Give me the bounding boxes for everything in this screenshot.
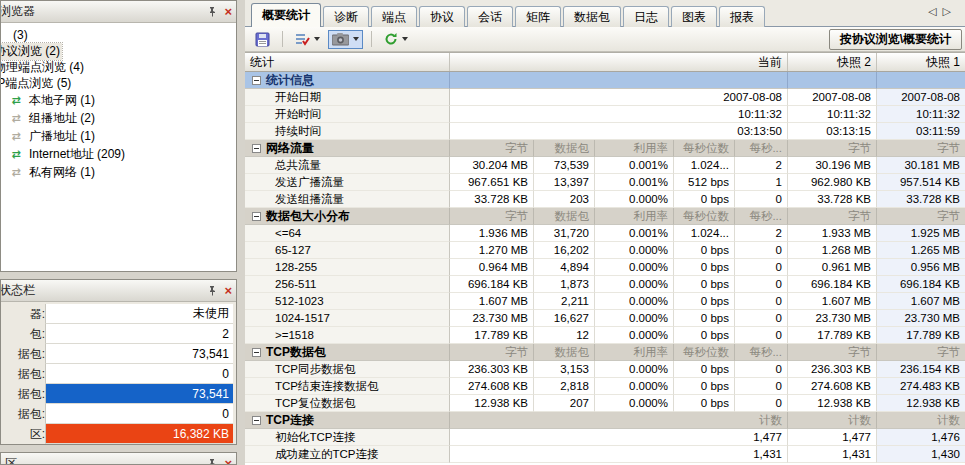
table-row[interactable]: 开始时间10:11:3210:11:3210:11:32 — [245, 106, 965, 123]
snapshot-camera-button[interactable] — [328, 30, 363, 49]
table-cell: 30.181 MB — [877, 157, 965, 174]
row-label-cell: 开始时间 — [245, 106, 450, 123]
tree-item-label: 私有网络 (1) — [27, 164, 97, 181]
table-cell: 1.024... — [674, 157, 735, 174]
browser-item-ip-endpoint-view[interactable]: IP端点浏览 (5) — [1, 75, 236, 91]
table-row[interactable]: 512-10231.607 MB2,2110.000%0 bps01.607 M… — [245, 293, 965, 310]
table-cell: 0.000% — [595, 276, 674, 293]
table-row[interactable]: 开始日期2007-08-082007-08-082007-08-08 — [245, 89, 965, 106]
pin-icon[interactable] — [207, 6, 218, 17]
group-row-tcp-packets[interactable]: TCP数据包字节数据包利用率每秒位数每秒...字节字节 — [245, 344, 965, 361]
pin-icon[interactable] — [207, 458, 218, 465]
browser-item-broadcast-address[interactable]: ⇄广播地址 (1) — [1, 127, 236, 145]
row-label-cell: <=64 — [245, 225, 450, 242]
browser-item-private-network[interactable]: ⇄私有网络 (1) — [1, 163, 236, 181]
table-row[interactable]: 128-2550.964 MB4,8940.000%0 bps00.961 MB… — [245, 259, 965, 276]
tab-packets[interactable]: 数据包 — [563, 6, 621, 27]
table-cell: 0.000% — [595, 191, 674, 208]
browser-item-multicast-address[interactable]: ⇄组播地址 (2) — [1, 109, 236, 127]
table-cell: 203 — [534, 191, 595, 208]
browser-item-local-subnet[interactable]: ⇄本地子网 (1) — [1, 91, 236, 109]
browser-item-internet-address[interactable]: ⇄Internet地址 (209) — [1, 145, 236, 163]
table-row[interactable]: 初始化TCP连接1,4771,4771,476 — [245, 429, 965, 446]
table-cell: 16,627 — [534, 310, 595, 327]
group-row-stats-info[interactable]: 统计信息 — [245, 72, 965, 89]
tree-item-label: 协议浏览 (2) — [1, 43, 62, 60]
filter-menu-button[interactable] — [291, 29, 324, 50]
status-row: 据包:0 — [1, 364, 236, 384]
collapse-icon[interactable] — [252, 212, 261, 221]
browser-item-protocol-view[interactable]: 协议浏览 (2) — [1, 43, 236, 59]
tab-conversations[interactable]: 会话 — [467, 6, 513, 27]
tab-reports[interactable]: 报表 — [719, 6, 765, 27]
toolbar: 按协议浏览\概要统计 — [245, 27, 965, 52]
table-cell: 0 — [735, 327, 788, 344]
table-row[interactable]: TCP复位数据包12.938 KB2070.000%0 bps012.938 K… — [245, 395, 965, 412]
table-row[interactable]: <=641.936 MB31,7200.001%1.024...21.933 M… — [245, 225, 965, 242]
group-label-cell: TCP数据包 — [245, 344, 450, 361]
table-cell: 利用率 — [595, 344, 674, 361]
table-cell: 0 bps — [674, 310, 735, 327]
table-row[interactable]: 发送广播流量967.651 KB13,3970.001%512 bps1962.… — [245, 174, 965, 191]
pin-icon[interactable] — [207, 285, 218, 296]
table-row[interactable]: 成功建立的TCP连接1,4311,4311,430 — [245, 446, 965, 463]
column-header-stat[interactable]: 统计 — [245, 53, 450, 71]
tab-scroll-right-icon[interactable]: ▷ — [943, 5, 957, 17]
table-row[interactable]: >=151817.789 KB120.000%0 bps017.789 KB17… — [245, 327, 965, 344]
view-mode-button[interactable]: 按协议浏览\概要统计 — [829, 29, 962, 50]
bottom-panel: 区 × — [0, 452, 237, 465]
group-row-packet-size-distribution[interactable]: 数据包大小分布字节数据包利用率每秒位数每秒...字节字节 — [245, 208, 965, 225]
group-label-cell: 统计信息 — [245, 72, 450, 89]
table-cell: 1,873 — [534, 276, 595, 293]
table-row[interactable]: 256-511696.184 KB1,8730.000%0 bps0696.18… — [245, 276, 965, 293]
table-cell: 2007-08-08 — [877, 89, 965, 106]
row-label-cell: 总共流量 — [245, 157, 450, 174]
tab-logs[interactable]: 日志 — [623, 6, 669, 27]
column-header-snapshot1[interactable]: 快照 1 — [877, 53, 965, 71]
table-cell: 1,477 — [788, 429, 877, 446]
collapse-icon[interactable] — [252, 76, 261, 85]
status-label: 据包: — [1, 404, 45, 424]
row-label-cell: 发送广播流量 — [245, 174, 450, 191]
close-icon[interactable]: × — [224, 6, 232, 17]
column-header-current[interactable]: 当前 — [450, 53, 788, 71]
browser-panel-titlebar: 浏览器 × — [1, 1, 236, 23]
refresh-button[interactable] — [380, 29, 412, 49]
tab-scroll-left-icon[interactable]: ◁ — [928, 5, 942, 17]
browser-panel: 浏览器 × (3) 协议浏览 (2)物理端点浏览 (4)IP端点浏览 (5)⇄本… — [0, 0, 237, 272]
collapse-icon[interactable] — [252, 144, 261, 153]
tab-endpoints[interactable]: 端点 — [371, 6, 417, 27]
tab-charts[interactable]: 图表 — [671, 6, 717, 27]
table-row[interactable]: TCP结束连接数据包274.608 KB2,8180.000%0 bps0274… — [245, 378, 965, 395]
collapse-icon[interactable] — [252, 348, 261, 357]
table-row[interactable]: 65-1271.270 MB16,2020.000%0 bps01.268 MB… — [245, 242, 965, 259]
browser-tree: (3) 协议浏览 (2)物理端点浏览 (4)IP端点浏览 (5)⇄本地子网 (1… — [1, 23, 236, 271]
tree-item-label: Internet地址 (209) — [27, 146, 127, 163]
table-cell: 957.514 KB — [877, 174, 965, 191]
table-row[interactable]: 总共流量30.204 MB73,5390.001%1.024...230.196… — [245, 157, 965, 174]
browser-item-physical-endpoint-view[interactable]: 物理端点浏览 (4) — [1, 59, 236, 75]
tab-diagnosis[interactable]: 诊断 — [323, 6, 369, 27]
table-row[interactable]: 持续时间03:13:5003:13:1503:11:59 — [245, 123, 965, 140]
group-row-network-traffic[interactable]: 网络流量字节数据包利用率每秒位数每秒...字节字节 — [245, 140, 965, 157]
tab-summary-stats[interactable]: 概要统计 — [251, 3, 321, 27]
table-cell: 1.265 MB — [877, 242, 965, 259]
refresh-icon — [384, 32, 398, 46]
table-row[interactable]: 发送组播流量33.728 KB2030.000%0 bps033.728 KB3… — [245, 191, 965, 208]
group-row-tcp-connections[interactable]: TCP连接计数计数计数 — [245, 412, 965, 429]
close-icon[interactable]: × — [224, 285, 232, 296]
table-row[interactable]: 1024-151723.730 MB16,6270.000%0 bps023.7… — [245, 310, 965, 327]
column-header-snapshot2[interactable]: 快照 2 — [788, 53, 877, 71]
tab-protocols[interactable]: 协议 — [419, 6, 465, 27]
table-cell: 1.607 MB — [450, 293, 534, 310]
table-cell: 13,397 — [534, 174, 595, 191]
table-cell: 计数 — [450, 412, 788, 429]
collapse-icon[interactable] — [252, 416, 261, 425]
save-button[interactable] — [251, 29, 274, 50]
tab-matrix[interactable]: 矩阵 — [515, 6, 561, 27]
table-cell: 0 — [735, 191, 788, 208]
table-cell: 17.789 KB — [877, 327, 965, 344]
table-row[interactable]: TCP同步数据包236.303 KB3,1530.000%0 bps0236.3… — [245, 361, 965, 378]
close-icon[interactable]: × — [224, 458, 232, 465]
browser-item-root[interactable]: (3) — [1, 27, 236, 43]
